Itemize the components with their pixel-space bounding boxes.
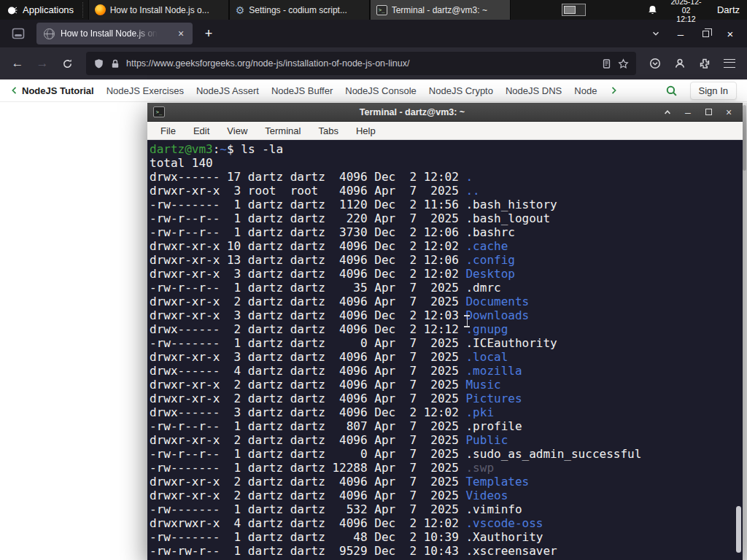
terminal-line: drwx------ 4 dartz dartz 4096 Apr 7 2025… [150, 364, 743, 378]
prompt-user-host: dartz@vm3 [150, 142, 213, 156]
terminal-total-line: total 140 [150, 156, 743, 170]
file-meta: drwxr-xr-x 13 dartz dartz 4096 Dec 2 12:… [150, 253, 465, 267]
terminal-menu-view[interactable]: View [227, 125, 247, 136]
site-search-button[interactable] [665, 85, 678, 97]
url-text[interactable]: https://www.geeksforgeeks.org/node-js/in… [126, 58, 595, 69]
site-nav-item[interactable]: NodeJS Exercises [107, 85, 184, 96]
terminal-window-controls: – × [659, 105, 737, 120]
prompt-path: ~ [220, 142, 227, 156]
terminal-screen[interactable]: dartz@vm3:~$ ls -la total 140 drwx------… [147, 140, 743, 560]
window-restore-button[interactable] [693, 23, 718, 44]
pocket-icon[interactable] [643, 52, 667, 74]
file-name: .dmrc [465, 281, 500, 295]
terminal-menu-help[interactable]: Help [356, 125, 376, 136]
terminal-title: Terminal - dartz@vm3: ~ [165, 107, 659, 117]
terminal-line: drwx------ 17 dartz dartz 4096 Dec 2 12:… [150, 170, 743, 184]
prompt-separator: : [213, 142, 220, 156]
file-name: Pictures [465, 392, 522, 405]
terminal-minimize-button[interactable]: – [680, 105, 696, 120]
file-meta: drwxr-xr-x 2 dartz dartz 4096 Apr 7 2025 [150, 392, 465, 405]
chevron-left-icon [10, 85, 19, 96]
file-name: Desktop [465, 267, 514, 281]
terminal-menu-terminal[interactable]: Terminal [265, 125, 301, 136]
url-bar[interactable]: https://www.geeksforgeeks.org/node-js/in… [86, 52, 636, 75]
file-name: .vscode-oss [465, 516, 543, 530]
file-name: .cache [465, 239, 508, 253]
top-panel: Applications How to Install Node.js o...… [0, 0, 747, 20]
file-meta: drwxr-xr-x 2 dartz dartz 4096 Apr 7 2025 [150, 378, 465, 392]
terminal-rollup-button[interactable] [659, 105, 676, 120]
file-name: .sudo_as_admin_successful [465, 447, 641, 461]
clock[interactable]: 2025-12-02 12:12 [668, 0, 704, 23]
page-scrollbar[interactable] [742, 103, 747, 560]
terminal-titlebar[interactable]: >_ Terminal - dartz@vm3: ~ – × [147, 103, 743, 122]
tab-close-button[interactable]: × [174, 26, 188, 41]
terminal-line: drwx------ 2 dartz dartz 4096 Dec 2 12:1… [150, 322, 743, 336]
terminal-scrollbar-thumb[interactable] [736, 506, 741, 553]
terminal-menu-file[interactable]: File [160, 125, 176, 136]
terminal-close-button[interactable]: × [721, 105, 737, 120]
shield-icon[interactable] [93, 58, 104, 69]
site-nav-item[interactable]: NodeJS DNS [506, 85, 562, 96]
file-meta: drwxr-xr-x 3 dartz dartz 4096 Apr 7 2025 [150, 350, 465, 364]
file-name: .ICEauthority [465, 336, 557, 350]
clock-date: 2025-12-02 [668, 0, 704, 15]
site-nav-item[interactable]: NodeJS Console [345, 85, 417, 96]
file-meta: drwxr-xr-x 3 dartz dartz 4096 Dec 2 12:0… [150, 308, 465, 322]
reader-view-icon[interactable] [601, 58, 612, 69]
terminal-line: -rw------- 1 dartz dartz 532 Apr 7 2025 … [150, 502, 743, 516]
terminal-line: -rw-r--r-- 1 dartz dartz 3730 Dec 2 12:0… [150, 225, 743, 239]
file-name: .xscreensaver [465, 544, 557, 558]
settings-icon: ⚙ [236, 5, 245, 15]
file-name: .gnupg [465, 322, 508, 336]
browser-tab[interactable]: How to Install Node.js on × [36, 23, 193, 44]
file-meta: drwxr-xr-x 2 dartz dartz 4096 Apr 7 2025 [150, 489, 465, 502]
taskbar-window-button[interactable]: How to Install Node.js o... [88, 0, 229, 20]
bookmark-star-icon[interactable] [618, 58, 629, 69]
terminal-maximize-button[interactable] [700, 105, 716, 120]
new-tab-button[interactable]: + [198, 23, 219, 44]
workspace-pager[interactable] [562, 4, 586, 16]
terminal-menu-edit[interactable]: Edit [193, 125, 209, 136]
page-scrollbar-thumb[interactable] [743, 105, 746, 171]
file-meta: drwxr-xr-x 2 dartz dartz 4096 Apr 7 2025 [150, 433, 465, 447]
desktop-screen: Applications How to Install Node.js o...… [0, 0, 747, 560]
applications-menu-button[interactable]: Applications [0, 0, 82, 20]
navigation-toolbar: ← → https://www.geeksforgeeks.org/node-j… [0, 47, 747, 79]
forward-button[interactable]: → [31, 52, 54, 74]
taskbar-window-button[interactable]: ⚙Settings - codium script... [229, 0, 370, 20]
firefox-view-button[interactable] [7, 23, 29, 44]
site-nav-item[interactable]: NodeJS Buffer [271, 85, 333, 96]
mouse-text-cursor [463, 315, 471, 327]
user-menu-button[interactable]: Dartz [717, 4, 740, 15]
tab-bar: How to Install Node.js on × + – × [0, 20, 747, 47]
taskbar-window-button[interactable]: >_Terminal - dartz@vm3: ~ [370, 0, 511, 20]
window-minimize-button[interactable]: – [668, 23, 693, 44]
clock-time: 12:12 [668, 15, 704, 23]
file-name: .. [465, 184, 479, 198]
file-meta: drwxr-xr-x 10 dartz dartz 4096 Dec 2 12:… [150, 239, 465, 253]
extensions-icon[interactable] [693, 52, 716, 74]
reload-button[interactable] [55, 52, 79, 74]
sign-in-button[interactable]: Sign In [690, 82, 737, 100]
site-nav-item[interactable]: NodeJS Crypto [429, 85, 493, 96]
site-nav-back-link[interactable]: NodeJS Tutorial [10, 85, 94, 96]
terminal-menu-tabs[interactable]: Tabs [318, 125, 338, 136]
account-icon[interactable] [668, 52, 692, 74]
file-name: . [465, 170, 473, 184]
menu-button[interactable] [718, 52, 741, 74]
terminal-line: drwxr-xr-x 3 root root 4096 Apr 7 2025 .… [150, 184, 743, 198]
back-button[interactable]: ← [6, 52, 29, 74]
file-meta: drwxr-xr-x 3 dartz dartz 4096 Dec 2 12:0… [150, 267, 465, 281]
globe-favicon-icon [44, 28, 55, 39]
user-label: Dartz [717, 4, 740, 15]
window-close-button[interactable]: × [718, 23, 743, 44]
site-nav-item[interactable]: NodeJS Assert [196, 85, 259, 96]
lock-icon[interactable] [110, 58, 120, 69]
file-meta: -rw-r--r-- 1 dartz dartz 807 Apr 7 2025 [150, 419, 465, 433]
firefox-icon [95, 4, 106, 15]
site-nav-item[interactable]: Node [574, 85, 597, 96]
chevron-right-icon[interactable] [609, 85, 618, 96]
list-all-tabs-button[interactable] [643, 23, 668, 44]
notification-bell-icon[interactable] [647, 4, 658, 16]
